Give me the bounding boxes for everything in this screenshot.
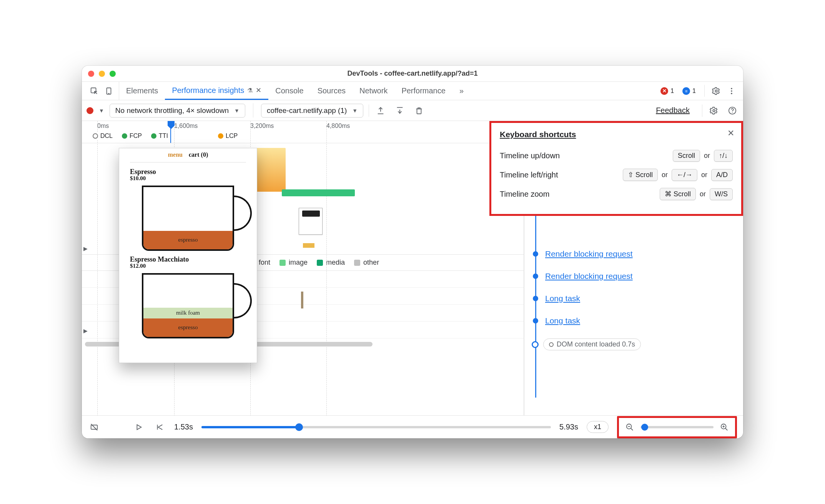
tab-network[interactable]: Network [353, 82, 394, 100]
svg-point-6 [731, 93, 732, 94]
tab-label: Performance insights [172, 86, 244, 95]
marker-dcl[interactable]: DCL [91, 132, 114, 140]
key-shift-scroll: ⇧ Scroll [623, 169, 658, 181]
feedback-link[interactable]: Feedback [656, 106, 690, 115]
settings-gear-icon[interactable] [710, 85, 722, 97]
record-options-caret[interactable]: ▼ [99, 108, 104, 114]
preview-cart-link: cart (0) [189, 151, 208, 158]
window-close-button[interactable] [88, 71, 94, 77]
svg-point-10 [732, 112, 733, 113]
svg-rect-7 [417, 109, 421, 114]
keyboard-shortcuts-popover: Keyboard shortcuts ✕ Timeline up/down Sc… [489, 121, 743, 216]
cup-layer: espresso [143, 318, 233, 337]
track-expand-handle[interactable]: ▶ [82, 327, 89, 335]
marker-fcp[interactable]: FCP [120, 132, 143, 140]
legend-media[interactable]: media [317, 259, 345, 267]
devtools-window: DevTools - coffee-cart.netlify.app/?ad=1… [82, 66, 743, 438]
track-expand-handle[interactable]: ▶ [82, 245, 89, 252]
track-event[interactable] [301, 292, 303, 308]
svg-point-8 [713, 109, 715, 112]
disable-screenshot-icon[interactable] [88, 421, 100, 433]
issues-count: 1 [692, 88, 696, 94]
insight-link[interactable]: Long task [545, 316, 580, 325]
tab-performance-insights[interactable]: Performance insights ⚗ ✕ [165, 82, 268, 100]
insight-end: DOM content loaded 0.7s [535, 338, 739, 350]
panel-settings-icon[interactable] [708, 104, 720, 117]
tab-close-icon[interactable]: ✕ [256, 86, 261, 94]
export-icon[interactable] [374, 104, 387, 117]
insight-link[interactable]: Render blocking request [545, 272, 633, 281]
timeline-ruler[interactable]: 0ms 1,600ms 3,200ms 4,800ms DCL FCP TTI … [82, 121, 524, 143]
zoom-slider[interactable] [640, 426, 714, 428]
insight-link[interactable]: Render blocking request [545, 249, 633, 259]
zoom-out-icon[interactable] [624, 421, 636, 433]
svg-point-5 [731, 90, 732, 92]
tab-console[interactable]: Console [268, 82, 310, 100]
legend-image[interactable]: image [279, 259, 308, 267]
playback-slider[interactable] [201, 426, 551, 428]
kbd-close-icon[interactable]: ✕ [727, 128, 734, 138]
screenshot-preview: menu cart (0) Espresso $10.00 espresso E… [119, 148, 257, 363]
marker-tti[interactable]: TTI [150, 132, 170, 140]
kbd-title: Keyboard shortcuts [500, 130, 733, 139]
product-price: $10.00 [130, 175, 246, 182]
tick-4800ms: 4,800ms [326, 123, 350, 129]
product-name: Espresso [130, 168, 246, 176]
throttle-select[interactable]: No network throttling, 4× slowdown ▼ [110, 104, 245, 118]
timeline-dot-icon [533, 274, 538, 279]
device-toolbar-icon[interactable] [103, 85, 115, 97]
play-icon[interactable] [133, 421, 145, 433]
import-icon[interactable] [394, 104, 406, 117]
tab-performance[interactable]: Performance [394, 82, 452, 100]
key-updown: ↑/↓ [714, 150, 733, 162]
playback-footer: 1.53s 5.93s x1 [82, 415, 743, 438]
tab-elements[interactable]: Elements [119, 82, 165, 100]
window-minimize-button[interactable] [99, 71, 105, 77]
time-end: 5.93s [559, 423, 578, 431]
help-icon[interactable] [726, 104, 739, 117]
zoom-in-icon[interactable] [718, 421, 730, 433]
legend-other[interactable]: other [354, 259, 379, 267]
window-title: DevTools - coffee-cart.netlify.app/?ad=1 [82, 70, 743, 78]
svg-point-4 [731, 88, 732, 89]
rewind-icon[interactable] [153, 421, 166, 433]
insight-item[interactable]: Render blocking request [535, 249, 739, 259]
throttle-label: No network throttling, 4× slowdown [115, 106, 229, 115]
cup-layer: milk foam [143, 308, 233, 318]
window-zoom-button[interactable] [110, 71, 116, 77]
svg-line-16 [631, 428, 633, 430]
kbd-row-updown: Timeline up/down Scroll or ↑/↓ [500, 150, 733, 162]
tab-more[interactable]: » [452, 82, 471, 100]
record-button[interactable] [86, 107, 93, 114]
inspect-element-icon[interactable] [88, 85, 100, 97]
key-ws: W/S [710, 188, 733, 200]
preview-nav: menu cart (0) [119, 148, 257, 161]
waterfall-block[interactable] [303, 243, 314, 248]
delete-icon[interactable] [413, 104, 425, 117]
kbd-row-leftright: Timeline left/right ⇧ Scroll or ←/→ or A… [500, 169, 733, 181]
insight-link[interactable]: Long task [545, 294, 580, 303]
insights-toolbar: ▼ No network throttling, 4× slowdown ▼ c… [82, 100, 743, 121]
error-badge[interactable]: 1 [658, 86, 677, 96]
timeline-playhead[interactable] [170, 121, 171, 143]
screenshot-thumbnail[interactable] [299, 208, 323, 235]
kebab-menu-icon[interactable] [725, 85, 738, 97]
speed-pill[interactable]: x1 [587, 421, 609, 433]
waterfall-block[interactable] [282, 189, 355, 196]
insight-item[interactable]: Long task [535, 294, 739, 303]
cup-graphic: milk foam espresso [142, 273, 234, 338]
devtools-tabs-row: Elements Performance insights ⚗ ✕ Consol… [82, 82, 743, 100]
recording-select[interactable]: coffee-cart.netlify.app (1) ▼ [261, 104, 363, 118]
preview-menu-link: menu [168, 151, 183, 158]
insight-item[interactable]: Long task [535, 316, 739, 325]
key-ad: A/D [711, 169, 733, 181]
marker-lcp[interactable]: LCP [216, 132, 239, 140]
insight-item[interactable]: Render blocking request [535, 272, 739, 281]
issues-badge[interactable]: 1 [680, 86, 699, 96]
key-cmd-scroll: ⌘ Scroll [660, 188, 696, 200]
error-icon [660, 87, 668, 95]
product-name: Espresso Macchiato [130, 255, 246, 264]
product-price: $12.00 [130, 263, 246, 269]
tab-sources[interactable]: Sources [311, 82, 353, 100]
timeline-dot-icon [533, 296, 538, 301]
